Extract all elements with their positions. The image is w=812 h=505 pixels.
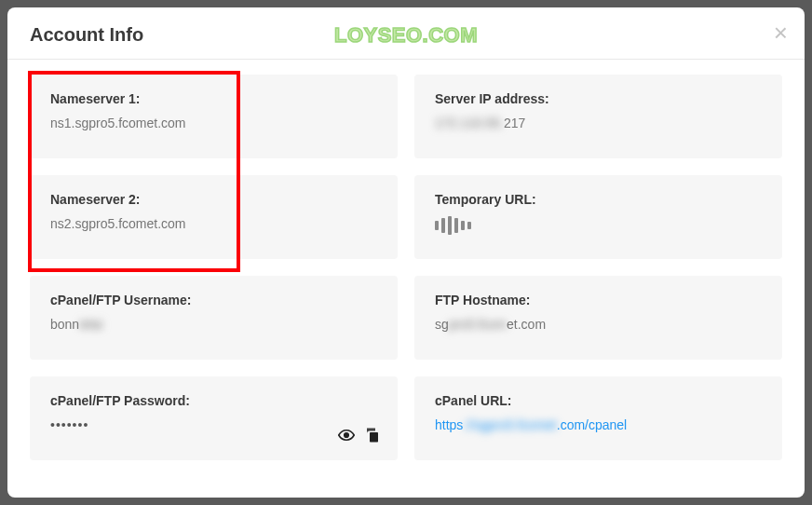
eye-icon[interactable]	[338, 427, 355, 444]
card-server-ip: Server IP address: 172.110.55.217	[414, 75, 782, 158]
cpanelpass-value	[50, 417, 377, 432]
cpanelpass-label: cPanel/FTP Password:	[50, 393, 377, 408]
copy-icon[interactable]	[364, 427, 381, 444]
info-grid: Nameserver 1: ns1.sgpro5.fcomet.com Serv…	[30, 75, 782, 460]
tempurl-label: Temporary URL:	[435, 192, 762, 207]
close-icon[interactable]: ×	[774, 20, 788, 45]
modal-header: Account Info LOYSEO.COM ×	[7, 7, 805, 60]
card-nameserver-1: Nameserver 1: ns1.sgpro5.fcomet.com	[30, 75, 398, 158]
cpaneluser-label: cPanel/FTP Username:	[50, 293, 377, 307]
ftphost-blur: pro5.fcom	[449, 317, 507, 332]
serverip-suffix: 217	[504, 116, 525, 130]
cpanelurl-label: cPanel URL:	[435, 393, 762, 408]
cpaneluser-blur: ielai	[79, 317, 102, 332]
ftphost-value: sgpro5.fcomet.com	[435, 317, 762, 332]
ftphost-prefix: sg	[435, 317, 449, 332]
modal-body: Nameserver 1: ns1.sgpro5.fcomet.com Serv…	[7, 60, 805, 475]
serverip-blur: 172.110.55.	[435, 116, 504, 130]
ns1-value: ns1.sgpro5.fcomet.com	[50, 116, 377, 130]
card-cpanel-password: cPanel/FTP Password:	[30, 376, 398, 460]
account-info-modal: Account Info LOYSEO.COM × Nameserver 1: …	[7, 7, 805, 498]
card-cpanel-username: cPanel/FTP Username: bonnielai	[30, 276, 398, 360]
ns2-value: ns2.sgpro5.fcomet.com	[50, 216, 377, 231]
ftphost-label: FTP Hostname:	[435, 293, 762, 307]
ns2-label: Nameserver 2:	[50, 192, 377, 207]
cpaneluser-value: bonnielai	[50, 317, 377, 332]
svg-rect-1	[370, 432, 378, 443]
serverip-value: 172.110.55.217	[435, 116, 762, 130]
ftphost-suffix: et.com	[507, 317, 546, 332]
loading-bars-icon	[435, 216, 762, 235]
cpanelurl-blur: ://sgpro5.fcomet	[463, 417, 556, 432]
password-icons	[338, 427, 381, 444]
card-temporary-url: Temporary URL:	[414, 175, 782, 259]
cpanelurl-suffix: .com/cpanel	[557, 417, 627, 432]
card-ftp-hostname: FTP Hostname: sgpro5.fcomet.com	[414, 276, 782, 360]
cpaneluser-prefix: bonn	[50, 317, 79, 332]
serverip-label: Server IP address:	[435, 91, 762, 106]
svg-point-0	[345, 433, 349, 438]
cpanelurl-value[interactable]: https://sgpro5.fcomet.com/cpanel	[435, 417, 762, 432]
card-nameserver-2: Nameserver 2: ns2.sgpro5.fcomet.com	[30, 175, 398, 259]
cpanelurl-prefix: https	[435, 417, 463, 432]
watermark-text: LOYSEO.COM	[334, 23, 478, 48]
card-cpanel-url: cPanel URL: https://sgpro5.fcomet.com/cp…	[414, 376, 782, 460]
ns1-label: Nameserver 1:	[50, 91, 377, 106]
modal-title: Account Info	[30, 24, 143, 46]
